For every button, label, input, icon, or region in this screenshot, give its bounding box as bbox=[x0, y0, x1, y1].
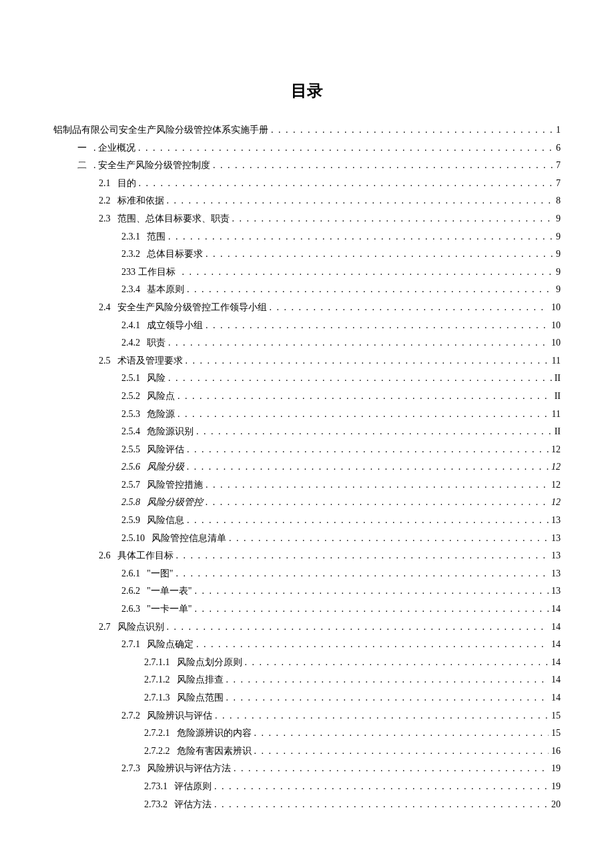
toc-entry-number: 2.73.1 bbox=[144, 778, 174, 796]
toc-entry: 2.5.4危险源识别II bbox=[53, 423, 561, 441]
toc-entry-number: 2.4.2 bbox=[121, 334, 147, 352]
toc-entry: 2.7.2风险辨识与评估15 bbox=[53, 707, 561, 725]
toc-entry-page: 13 bbox=[549, 582, 561, 600]
toc-entry-label: . 企业概况 bbox=[93, 139, 138, 157]
toc-leader-dots bbox=[213, 157, 553, 175]
toc-entry-label: 安全生产风险分级管控工作领导小组 bbox=[117, 299, 270, 317]
toc-entry-page: 9 bbox=[553, 246, 561, 264]
toc-entry-page: 12 bbox=[549, 441, 561, 459]
toc-entry-page: 15 bbox=[549, 707, 561, 725]
toc-entry-number: 2.4 bbox=[99, 299, 117, 317]
toc-entry-label: 风险点排查 bbox=[177, 671, 226, 689]
toc-entry-label: 目的 bbox=[117, 175, 139, 193]
toc-leader-dots bbox=[196, 423, 552, 441]
toc-entry: 2.6.3"一卡一单"14 bbox=[53, 600, 561, 618]
toc-entry-label: 风险点 bbox=[147, 388, 178, 406]
toc-entry-page: 9 bbox=[553, 228, 561, 246]
toc-entry: 2.7.1.3风险点范围14 bbox=[53, 689, 561, 707]
toc-entry-number: 2.7.1.2 bbox=[144, 671, 177, 689]
toc-entry-number: 2.5.4 bbox=[121, 423, 147, 441]
toc-entry-page: 9 bbox=[553, 264, 561, 282]
toc-leader-dots bbox=[254, 725, 549, 743]
toc-entry-page: 7 bbox=[553, 157, 561, 175]
toc-entry: 2.73.1评估原则19 bbox=[53, 778, 561, 796]
toc-entry-number: 2.5 bbox=[99, 352, 117, 370]
toc-entry-page: 13 bbox=[549, 530, 561, 548]
toc-entry-number: 二 bbox=[77, 157, 93, 175]
toc-leader-dots bbox=[176, 547, 549, 565]
toc-entry-label: 风险信息 bbox=[147, 512, 187, 530]
toc-entry: 2.5.3危险源11 bbox=[53, 406, 561, 424]
toc-entry-label: 具体工作目标 bbox=[117, 547, 176, 565]
toc-leader-dots bbox=[187, 512, 549, 530]
toc-entry-page: 13 bbox=[549, 547, 561, 565]
toc-leader-dots bbox=[214, 778, 549, 796]
toc-entry: 2.5.5风险评估12 bbox=[53, 441, 561, 459]
toc-entry: 2.1目的7 bbox=[53, 175, 561, 193]
toc-entry-page: II bbox=[552, 388, 561, 406]
toc-entry-number: 2.3.4 bbox=[121, 281, 147, 299]
toc-leader-dots bbox=[196, 636, 549, 654]
toc-entry-label: "一卡一单" bbox=[147, 600, 194, 618]
toc-entry-number: 2.3 bbox=[99, 210, 117, 228]
toc-entry: 2.5.9风险信息13 bbox=[53, 512, 561, 530]
toc-entry: 2.5.2风险点II bbox=[53, 388, 561, 406]
toc-entry-number: 2.7.1.3 bbox=[144, 689, 177, 707]
toc-entry-number: 2.6.1 bbox=[121, 565, 147, 583]
toc-entry-label: 危险源辨识的内容 bbox=[177, 725, 254, 743]
toc-entry-number: 2.7.2.1 bbox=[144, 725, 177, 743]
toc-entry-number: 2.5.1 bbox=[121, 370, 147, 388]
toc-entry-number: 2.2 bbox=[99, 192, 117, 210]
toc-leader-dots bbox=[194, 582, 549, 600]
toc-entry-label: 评估原则 bbox=[174, 778, 214, 796]
toc-entry-number: 2.5.8 bbox=[121, 494, 147, 512]
toc-entry-page: 11 bbox=[549, 352, 561, 370]
toc-leader-dots bbox=[178, 406, 549, 424]
toc-entry-label: 危险有害因素辨识 bbox=[177, 743, 254, 761]
toc-entry: 2.5.6风险分级12 bbox=[53, 458, 561, 476]
toc-entry-page: 14 bbox=[549, 654, 561, 672]
toc-entry: 2.7.2.2危险有害因素辨识16 bbox=[53, 743, 561, 761]
toc-entry-label: "一单一表" bbox=[147, 582, 194, 600]
toc-entry: 一. 企业概况6 bbox=[53, 139, 561, 157]
toc-entry-label: 范围 bbox=[147, 228, 168, 246]
toc-entry: 2.4.2职责10 bbox=[53, 334, 561, 352]
toc-entry: 二. 安全生产风险分级管控制度7 bbox=[53, 157, 561, 175]
toc-entry: 2.3.2总体目标要求9 bbox=[53, 246, 561, 264]
toc-leader-dots bbox=[138, 139, 553, 157]
toc-leader-dots bbox=[187, 281, 553, 299]
toc-entry-number: 2.5.2 bbox=[121, 388, 147, 406]
toc-heading: 目录 bbox=[53, 80, 561, 101]
toc-entry-label: . 安全生产风险分级管控制度 bbox=[93, 157, 213, 175]
toc-entry-number: 2.4.1 bbox=[121, 317, 147, 335]
toc-entry-label: 铝制品有限公司安全生产风险分级管控体系实施手册 bbox=[53, 121, 271, 139]
toc-entry: 2.7.1.2风险点排查14 bbox=[53, 671, 561, 689]
toc-entry-page: 11 bbox=[549, 406, 561, 424]
toc-entry-number: 2.5.10 bbox=[121, 530, 151, 548]
toc-entry-label: 风险管控措施 bbox=[147, 476, 206, 494]
toc-entry-page: 13 bbox=[549, 512, 561, 530]
toc-leader-dots bbox=[178, 388, 552, 406]
toc-entry-label: 总体目标要求 bbox=[147, 246, 206, 264]
toc-entry-page: 16 bbox=[549, 743, 561, 761]
toc-leader-dots bbox=[206, 246, 553, 264]
toc-entry-page: 9 bbox=[553, 210, 561, 228]
toc-entry-number: 2.3.2 bbox=[121, 246, 147, 264]
toc-entry-label: 评估方法 bbox=[174, 796, 214, 814]
toc-entry: 2.5.10风险管控信息清单13 bbox=[53, 530, 561, 548]
toc-entry-page: 13 bbox=[549, 565, 561, 583]
toc-entry-number: 2.5.5 bbox=[121, 441, 147, 459]
toc-entry-number: 2.5.6 bbox=[121, 458, 147, 476]
toc-entry-page: II bbox=[552, 423, 561, 441]
toc-entry-page: 8 bbox=[553, 192, 561, 210]
toc-entry-number: 2.6.2 bbox=[121, 582, 147, 600]
toc-entry-label: 风险辨识与评估方法 bbox=[147, 760, 234, 778]
toc-entry: 2.5.7风险管控措施12 bbox=[53, 476, 561, 494]
toc-leader-dots bbox=[206, 317, 549, 335]
toc-entry-page: 12 bbox=[549, 476, 561, 494]
toc-leader-dots bbox=[245, 654, 549, 672]
toc-entry-page: 7 bbox=[553, 175, 561, 193]
toc-entry-page: 9 bbox=[553, 281, 561, 299]
toc-entry: 2.7.1.1风险点划分原则14 bbox=[53, 654, 561, 672]
toc-entry-page: 10 bbox=[549, 317, 561, 335]
